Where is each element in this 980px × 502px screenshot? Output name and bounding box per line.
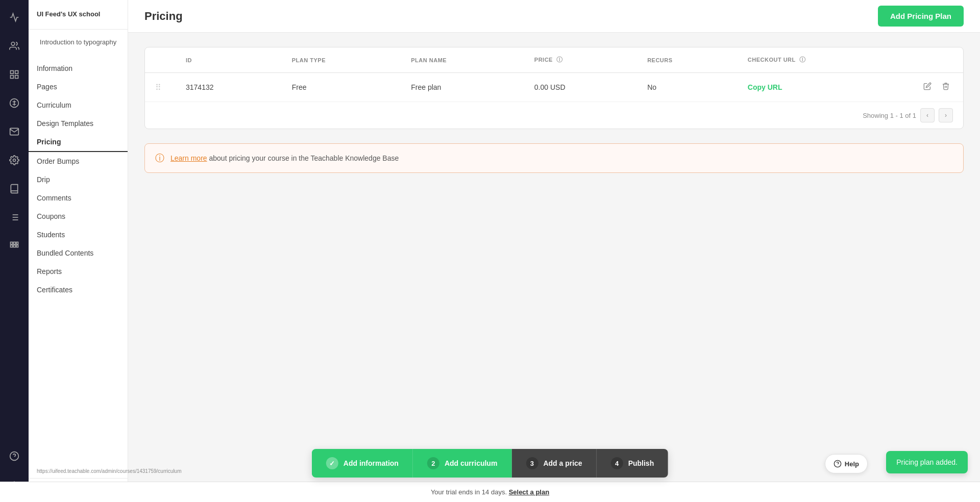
sidebar-header: UI Feed's UX school (29, 0, 128, 30)
list-icon[interactable] (5, 208, 23, 227)
svg-rect-18 (16, 245, 18, 247)
app-name: UI Feed's UX school (37, 10, 119, 19)
th-id: ID (176, 47, 282, 73)
row-checkout-url[interactable]: Copy URL (738, 73, 910, 102)
sidebar-item-pricing[interactable]: Pricing (29, 133, 128, 152)
pricing-table-container: ID PLAN TYPE PLAN NAME PRICE ⓘ RECURS CH… (144, 47, 964, 129)
learn-more-link[interactable]: Learn more (170, 154, 207, 162)
info-banner: ⓘ Learn more about pricing your course i… (144, 143, 964, 173)
svg-rect-4 (11, 76, 14, 79)
row-actions (910, 73, 963, 102)
settings-icon[interactable] (5, 151, 23, 169)
sidebar-item-students[interactable]: Students (29, 225, 128, 244)
th-plan-type: PLAN TYPE (282, 47, 401, 73)
drag-handle-icon[interactable]: ⠿ (155, 83, 161, 92)
svg-rect-13 (11, 242, 13, 244)
wizard-step-1-label: Add information (344, 459, 399, 467)
svg-rect-17 (13, 245, 15, 247)
svg-rect-15 (16, 242, 18, 244)
library-icon[interactable] (5, 180, 23, 198)
trial-bar: Your trial ends in 14 days. Select a pla… (0, 482, 980, 502)
th-checkout-url: CHECKOUT URL ⓘ (738, 47, 910, 73)
th-recurs: RECURS (637, 47, 738, 73)
next-page-button[interactable]: › (939, 108, 953, 122)
svg-rect-1 (11, 71, 14, 74)
select-plan-link[interactable]: Select a plan (509, 488, 549, 496)
wizard-step-4-label: Publish (628, 459, 654, 467)
dashboard-icon[interactable] (5, 65, 23, 84)
pricing-table: ID PLAN TYPE PLAN NAME PRICE ⓘ RECURS CH… (145, 47, 963, 102)
help-label: Help (845, 460, 859, 468)
copy-url-button[interactable]: Copy URL (748, 83, 782, 91)
page-title: Pricing (144, 10, 183, 23)
main-body: ID PLAN TYPE PLAN NAME PRICE ⓘ RECURS CH… (128, 33, 980, 502)
icon-rail (0, 0, 29, 502)
svg-point-0 (11, 42, 15, 46)
sidebar-item-certificates[interactable]: Certificates (29, 281, 128, 299)
sidebar-item-drip[interactable]: Drip (29, 170, 128, 189)
svg-rect-2 (15, 71, 18, 74)
row-plan-type: Free (282, 73, 401, 102)
course-name: Introduction to typography (29, 30, 128, 55)
toast-text: Pricing plan added. (896, 458, 958, 466)
sidebar-item-comments[interactable]: Comments (29, 189, 128, 207)
pagination: Showing 1 - 1 of 1 ‹ › (145, 102, 963, 129)
main-content: Pricing Add Pricing Plan ID PLAN TYPE PL… (128, 0, 980, 502)
users-icon[interactable] (5, 37, 23, 55)
info-banner-text: Learn more about pricing your course in … (170, 154, 399, 162)
help-button[interactable]: Help (825, 454, 868, 473)
step3-number: 3 (526, 457, 538, 469)
row-recurs: No (637, 73, 738, 102)
sidebar-item-curriculum[interactable]: Curriculum (29, 96, 128, 114)
th-drag (145, 47, 176, 73)
wizard-step-3-label: Add a price (543, 459, 582, 467)
table-row: ⠿ 3174132 Free Free plan 0.00 USD No Cop… (145, 73, 963, 102)
th-plan-name: PLAN NAME (401, 47, 524, 73)
svg-rect-3 (15, 76, 18, 79)
row-price: 0.00 USD (524, 73, 637, 102)
wizard-step-4[interactable]: 4 Publish (597, 449, 669, 478)
wizard-step-1[interactable]: ✓ Add information (312, 449, 413, 478)
drag-handle-cell: ⠿ (145, 73, 176, 102)
step1-check-icon: ✓ (326, 457, 338, 469)
wizard-step-3[interactable]: 3 Add a price (511, 449, 596, 478)
dollar-icon[interactable] (5, 94, 23, 112)
sidebar-item-information[interactable]: Information (29, 59, 128, 78)
step4-number: 4 (611, 457, 623, 469)
sidebar-item-design-templates[interactable]: Design Templates (29, 114, 128, 133)
wizard-bar: ✓ Add information 2 Add curriculum 3 Add… (312, 449, 668, 478)
sidebar-nav: Information Pages Curriculum Design Temp… (29, 55, 128, 466)
sidebar: UI Feed's UX school Introduction to typo… (29, 0, 128, 502)
svg-rect-14 (13, 242, 15, 244)
pagination-text: Showing 1 - 1 of 1 (863, 112, 916, 119)
prev-page-button[interactable]: ‹ (920, 108, 935, 122)
mail-icon[interactable] (5, 122, 23, 141)
svg-rect-16 (11, 245, 13, 247)
help-circle-icon[interactable] (5, 447, 23, 465)
main-header: Pricing Add Pricing Plan (128, 0, 980, 33)
sidebar-item-pages[interactable]: Pages (29, 78, 128, 96)
sidebar-item-order-bumps[interactable]: Order Bumps (29, 152, 128, 170)
row-plan-name: Free plan (401, 73, 524, 102)
wizard-step-2[interactable]: 2 Add curriculum (413, 449, 511, 478)
svg-point-6 (13, 159, 16, 162)
th-price: PRICE ⓘ (524, 47, 637, 73)
sidebar-item-reports[interactable]: Reports (29, 262, 128, 281)
delete-icon[interactable] (942, 82, 950, 92)
toast-notification: Pricing plan added. (886, 451, 968, 473)
apps-icon[interactable] (5, 237, 23, 255)
row-id: 3174132 (176, 73, 282, 102)
wizard-step-2-label: Add curriculum (445, 459, 497, 467)
analytics-icon[interactable] (5, 8, 23, 27)
add-pricing-plan-button[interactable]: Add Pricing Plan (878, 6, 964, 27)
sidebar-item-coupons[interactable]: Coupons (29, 207, 128, 225)
trial-text: Your trial ends in 14 days. (431, 488, 507, 496)
sidebar-item-bundled-contents[interactable]: Bundled Contents (29, 244, 128, 262)
info-circle-icon: ⓘ (155, 152, 164, 164)
th-actions (910, 47, 963, 73)
footer-url: https://uifeed.teachable.com/admin/cours… (29, 466, 128, 478)
step2-number: 2 (427, 457, 439, 469)
edit-icon[interactable] (923, 82, 932, 92)
